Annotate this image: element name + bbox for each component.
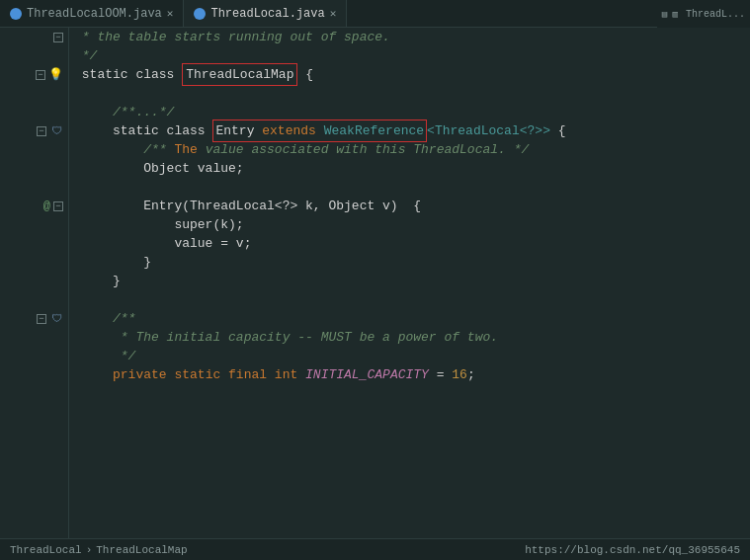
- code-static-kw: static: [174, 365, 228, 384]
- tab-icon-oom: [10, 8, 22, 20]
- main-layout: − − 💡 − 🛡: [0, 28, 750, 538]
- tab-threadlocaloom[interactable]: ThreadLocalOOM.java ✕: [0, 0, 184, 27]
- code-line-4: [74, 84, 750, 103]
- code-line-12: value = v;: [74, 234, 750, 253]
- code-brace-2: {: [550, 121, 566, 140]
- code-16: 16: [452, 365, 467, 384]
- code-line-13: }: [74, 253, 750, 272]
- gutter-row-10: @ −: [0, 197, 68, 215]
- breadcrumb: ThreadLocal › ThreadLocalMap: [10, 544, 188, 556]
- highlight-threadlocalmap: ThreadLocalMap: [182, 63, 297, 86]
- fold-minus-10[interactable]: −: [53, 201, 63, 211]
- tab-threadlocal[interactable]: ThreadLocal.java ✕: [184, 0, 347, 27]
- code-text-8: Object value;: [74, 159, 244, 178]
- code-initial-cap: INITIAL_CAPACITY: [305, 365, 429, 384]
- code-text-7: /**: [74, 140, 174, 159]
- code-the: The: [174, 140, 197, 159]
- code-private: private: [74, 365, 174, 384]
- code-generic: <ThreadLocal<?>>: [427, 121, 550, 140]
- status-label: ThreadL...: [686, 9, 745, 20]
- breadcrumb-item-2[interactable]: ThreadLocalMap: [96, 544, 187, 556]
- code-equals: =: [429, 365, 452, 384]
- gutter-row-13: [0, 253, 68, 272]
- fold-minus-16[interactable]: −: [37, 314, 46, 324]
- gutter-row-19: [0, 365, 68, 384]
- code-line-19: private static final int INITIAL_CAPACIT…: [74, 365, 750, 384]
- at-icon: @: [43, 200, 50, 213]
- gutter-row-2: [0, 46, 68, 65]
- code-text-14: }: [74, 272, 121, 290]
- code-text-13: }: [74, 253, 151, 272]
- code-area: * the table starts running out of space.…: [69, 28, 750, 538]
- code-final: final: [228, 365, 275, 384]
- code-brace-1: {: [297, 65, 313, 84]
- code-int: int: [275, 365, 305, 384]
- code-line-8: Object value;: [74, 159, 750, 178]
- status-top-right: ▤ ▥ ThreadL...: [657, 0, 750, 28]
- shield-icon-2: 🛡: [49, 312, 63, 325]
- code-semicolon: ;: [467, 365, 475, 384]
- code-line-1: * the table starts running out of space.: [74, 28, 750, 46]
- lightbulb-icon[interactable]: 💡: [48, 67, 63, 82]
- gutter-row-3: − 💡: [0, 65, 68, 84]
- gutter-row-15: [0, 290, 68, 309]
- tab-label-oom: ThreadLocalOOM.java: [27, 7, 162, 21]
- code-line-10: Entry(ThreadLocal<?> k, Object v) {: [74, 197, 750, 215]
- code-line-18: */: [74, 347, 750, 365]
- close-icon-oom[interactable]: ✕: [167, 7, 174, 20]
- gutter-row-5: [0, 103, 68, 121]
- gutter-row-4: [0, 84, 68, 103]
- highlight-entry: Entry extends WeakReference: [212, 120, 427, 142]
- code-line-17: * The initial capacity -- MUST be a powe…: [74, 328, 750, 347]
- code-line-3: static class ThreadLocalMap {: [74, 65, 750, 84]
- code-line-16: /**: [74, 309, 750, 328]
- code-text-7b: value associated with this ThreadLocal. …: [198, 140, 529, 159]
- gutter-row-16: − 🛡: [0, 309, 68, 328]
- left-gutter: − − 💡 − 🛡: [0, 28, 69, 538]
- gutter-row-18: [0, 347, 68, 365]
- gutter-row-7: [0, 140, 68, 159]
- gutter-row-1: −: [0, 28, 68, 46]
- gutter-row-11: [0, 215, 68, 234]
- code-text-10: Entry(ThreadLocal<?> k, Object v) {: [74, 197, 421, 215]
- fold-minus-6[interactable]: −: [37, 126, 46, 136]
- gutter-icons: − − 💡 − 🛡: [0, 28, 68, 384]
- bottom-bar: ThreadLocal › ThreadLocalMap https://blo…: [0, 538, 750, 560]
- code-line-7: /** The value associated with this Threa…: [74, 140, 750, 159]
- code-line-15: [74, 290, 750, 309]
- code-text-18: */: [74, 347, 135, 365]
- gutter-row-6: − 🛡: [0, 121, 68, 140]
- gutter-row-8: [0, 159, 68, 178]
- code-text-11: super(k);: [74, 215, 244, 234]
- code-line-6: static class Entry extends WeakReference…: [74, 121, 750, 140]
- code-line-9: [74, 178, 750, 197]
- gutter-row-9: [0, 178, 68, 197]
- code-text-1: * the table starts running out of space.: [74, 28, 390, 46]
- gutter-row-12: [0, 234, 68, 253]
- code-text-17: * The initial capacity -- MUST be a powe…: [74, 328, 498, 347]
- code-text-12: value = v;: [74, 234, 251, 253]
- code-line-2: */: [74, 46, 750, 65]
- url-bar: https://blog.csdn.net/qq_36955645: [525, 544, 740, 556]
- code-line-14: }: [74, 272, 750, 290]
- tab-bar: ThreadLocalOOM.java ✕ ThreadLocal.java ✕…: [0, 0, 750, 28]
- tab-icon-tl: [194, 8, 206, 20]
- breadcrumb-separator: ›: [86, 544, 93, 556]
- gutter-row-14: [0, 272, 68, 290]
- code-text-5: /**...*/: [74, 103, 174, 121]
- tab-label-tl: ThreadLocal.java: [210, 7, 324, 21]
- breadcrumb-item-1[interactable]: ThreadLocal: [10, 544, 82, 556]
- close-icon-tl[interactable]: ✕: [330, 7, 337, 20]
- status-icon: ▤ ▥: [662, 9, 678, 20]
- code-static-1: static class: [74, 65, 182, 84]
- fold-minus-3[interactable]: −: [36, 70, 45, 80]
- code-text-16: /**: [74, 309, 135, 328]
- shield-icon-1: 🛡: [49, 124, 63, 137]
- code-line-11: super(k);: [74, 215, 750, 234]
- code-static-2: static class: [74, 121, 212, 140]
- code-text-2: */: [74, 46, 97, 65]
- gutter-row-17: [0, 328, 68, 347]
- fold-minus-1[interactable]: −: [53, 33, 63, 42]
